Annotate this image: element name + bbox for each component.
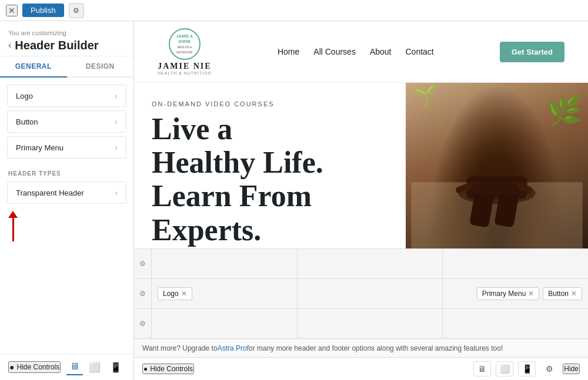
primary-menu-arrow-icon: › xyxy=(115,143,118,152)
button-item-label: Button xyxy=(16,117,38,126)
back-icon: ‹ xyxy=(8,40,11,51)
row3-left xyxy=(152,309,298,338)
toolbar-gear-icon: ⚙ xyxy=(546,364,553,374)
plant-decoration-2: 🌱 xyxy=(412,83,438,107)
publish-button[interactable]: Publish xyxy=(22,4,64,17)
button-arrow-icon: › xyxy=(115,117,118,126)
logo-chip-close[interactable]: ✕ xyxy=(181,290,187,297)
get-started-button[interactable]: Get Started xyxy=(500,42,564,62)
hide-button-right[interactable]: Hide xyxy=(563,364,580,374)
close-button[interactable]: ✕ xyxy=(6,5,18,16)
header-builder-rows: ⚙ ⚙ Logo ✕ xyxy=(134,248,588,339)
logo-chip-label: Logo xyxy=(163,290,179,298)
site-logo: JAMIE & ANNIEHEALTH & NUTRITION JAMIE NI… xyxy=(158,28,212,75)
upgrade-text-after: for many more header and footer options … xyxy=(247,344,503,352)
hero-content-left: ON-DEMAND VIDEO COURSES Live a Healthy L… xyxy=(134,83,406,248)
top-bar: ✕ Publish ⚙ xyxy=(0,0,588,21)
arrow-head xyxy=(8,211,18,218)
upgrade-text-before: Want more? Upgrade to xyxy=(142,344,218,352)
tab-design[interactable]: DESIGN xyxy=(67,56,134,76)
sidebar-tabs: GENERAL DESIGN xyxy=(0,56,133,78)
tab-general[interactable]: GENERAL xyxy=(0,56,67,78)
arrow-shaft xyxy=(12,218,14,241)
tablet-device-button[interactable]: ⬜ xyxy=(85,359,104,375)
mobile-view-icon: 📱 xyxy=(522,364,532,374)
headline-line4: Experts. xyxy=(152,213,261,247)
upgrade-bar: Want more? Upgrade to Astra Pro for many… xyxy=(134,339,588,357)
bottom-toolbar-right: 🖥 ⬜ 📱 ⚙ Hide xyxy=(473,361,580,376)
customizing-label: You are customizing xyxy=(8,29,66,36)
sidebar-bottom: ● Hide Controls 🖥 ⬜ 📱 xyxy=(0,354,133,380)
tablet-view-icon: ⬜ xyxy=(500,364,510,374)
logo-circle-text: JAMIE & ANNIEHEALTH & NUTRITION xyxy=(170,33,199,55)
astra-pro-link[interactable]: Astra Pro xyxy=(218,344,247,352)
settings-button[interactable]: ⚙ xyxy=(69,3,84,18)
back-button[interactable]: ‹ Header Builder xyxy=(8,38,125,52)
toolbar-gear-button[interactable]: ⚙ xyxy=(540,361,558,376)
site-name: JAMIE NIE xyxy=(158,62,212,71)
primary-menu-chip-close[interactable]: ✕ xyxy=(528,290,534,297)
logo-text-container: JAMIE NIE HEALTH & NUTRITION xyxy=(158,62,212,75)
transparent-header-arrow-icon: › xyxy=(115,188,118,197)
row2-settings[interactable]: ⚙ xyxy=(134,279,152,308)
hide-controls-label-bottom: Hide Controls xyxy=(150,365,193,373)
sidebar-content: Logo › Button › Primary Menu › HEADER TY… xyxy=(0,78,133,354)
sidebar-item-transparent-header[interactable]: Transparent Header › xyxy=(7,181,126,204)
sidebar: You are customizing ‹ Header Builder GEN… xyxy=(0,21,134,380)
plant-decoration: 🌿 xyxy=(547,95,582,127)
sidebar-item-primary-menu[interactable]: Primary Menu › xyxy=(7,136,126,159)
mobile-view-button[interactable]: 📱 xyxy=(518,361,536,376)
tablet-icon: ⬜ xyxy=(89,362,101,372)
gear-icon: ⚙ xyxy=(73,6,79,15)
person-image: 🌿 🌱 xyxy=(406,83,588,248)
logo-item-label: Logo xyxy=(16,92,33,100)
primary-menu-chip-label: Primary Menu xyxy=(482,290,526,298)
logo-arrow-icon: › xyxy=(115,91,118,100)
headline-line1: Live a xyxy=(152,112,232,146)
row1-settings[interactable]: ⚙ xyxy=(134,249,152,278)
headline-line2: Healthy Life. xyxy=(152,146,323,179)
builder-row-3: ⚙ xyxy=(134,309,588,339)
eye-icon: ● xyxy=(9,362,14,372)
row1-center xyxy=(298,249,443,278)
primary-menu-chip: Primary Menu ✕ xyxy=(477,287,540,300)
primary-menu-item-label: Primary Menu xyxy=(16,143,64,152)
button-chip: Button ✕ xyxy=(543,287,582,300)
nav-item-contact[interactable]: Contact xyxy=(405,47,433,56)
row2-right: Primary Menu ✕ Button ✕ xyxy=(443,279,588,308)
button-chip-close[interactable]: ✕ xyxy=(571,290,577,297)
bottom-toolbar: ● Hide Controls 🖥 ⬜ 📱 ⚙ Hide xyxy=(134,357,588,380)
logo-circle: JAMIE & ANNIEHEALTH & NUTRITION xyxy=(169,28,201,60)
hide-controls-label: Hide Controls xyxy=(16,363,59,371)
desktop-icon: 🖥 xyxy=(70,361,79,371)
mobile-device-button[interactable]: 📱 xyxy=(106,359,125,375)
sidebar-title: Header Builder xyxy=(15,39,98,52)
row2-left: Logo ✕ xyxy=(152,279,298,308)
site-tagline: HEALTH & NUTRITION xyxy=(158,71,212,75)
sidebar-item-logo[interactable]: Logo › xyxy=(7,85,126,107)
hide-controls-button[interactable]: ● Hide Controls xyxy=(8,361,61,373)
row3-center xyxy=(298,309,443,338)
button-chip-label: Button xyxy=(548,290,569,298)
row3-settings[interactable]: ⚙ xyxy=(134,309,152,338)
desktop-device-button[interactable]: 🖥 xyxy=(66,359,83,375)
site-content: ON-DEMAND VIDEO COURSES Live a Healthy L… xyxy=(134,83,588,248)
transparent-header-label: Transparent Header xyxy=(16,189,84,197)
settings-dot-icon-3: ⚙ xyxy=(139,320,146,328)
nav-item-about[interactable]: About xyxy=(370,47,392,56)
settings-dot-icon: ⚙ xyxy=(139,260,146,268)
settings-dot-icon-2: ⚙ xyxy=(139,290,146,298)
main-layout: You are customizing ‹ Header Builder GEN… xyxy=(0,21,588,380)
top-bar-left: ✕ Publish ⚙ xyxy=(6,3,84,18)
row1-right xyxy=(443,249,588,278)
desktop-view-button[interactable]: 🖥 xyxy=(473,361,491,376)
nav-item-all-courses[interactable]: All Courses xyxy=(313,47,356,56)
tablet-view-button[interactable]: ⬜ xyxy=(496,361,513,376)
sidebar-section-items: Logo › Button › Primary Menu › xyxy=(0,85,133,159)
row2-center xyxy=(298,279,443,308)
nav-item-home[interactable]: Home xyxy=(278,47,299,56)
sidebar-item-button[interactable]: Button › xyxy=(7,110,126,133)
hide-dot-icon: ● xyxy=(143,365,148,373)
builder-row-2: ⚙ Logo ✕ Primary Menu ✕ Button xyxy=(134,279,588,309)
hide-controls-btn-bottom[interactable]: ● Hide Controls xyxy=(142,364,194,374)
